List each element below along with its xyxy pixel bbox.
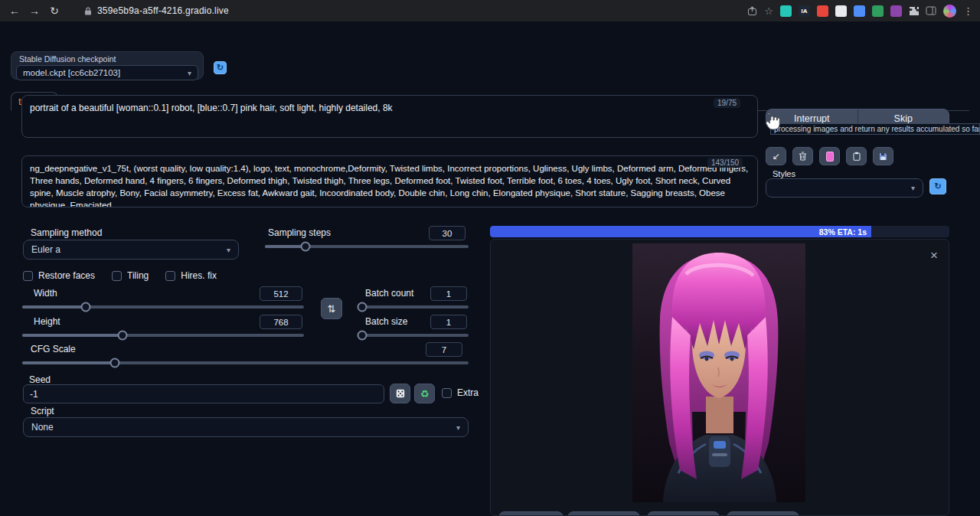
clear-prompt-button[interactable] xyxy=(792,147,813,165)
slider-handle[interactable] xyxy=(117,331,127,341)
checkpoint-label: Stable Diffusion checkpoint xyxy=(19,54,198,64)
interrupt-tooltip: processing images and return any results… xyxy=(770,123,980,135)
width-control: Width 512 xyxy=(22,286,304,312)
random-seed-button[interactable] xyxy=(390,384,410,403)
chevron-down-icon: ▾ xyxy=(456,423,460,432)
width-label: Width xyxy=(34,288,57,299)
extra-networks-card-icon xyxy=(826,152,834,162)
seed-input[interactable] xyxy=(23,384,384,403)
output-image[interactable] xyxy=(632,243,805,502)
reuse-seed-button[interactable]: ♻ xyxy=(414,384,435,403)
close-icon[interactable]: × xyxy=(930,249,938,262)
tiling-checkbox[interactable]: Tiling xyxy=(112,270,149,281)
height-slider[interactable] xyxy=(22,334,304,337)
side-panel-icon[interactable] xyxy=(926,6,936,15)
extension-red-icon[interactable] xyxy=(817,5,828,17)
height-value[interactable]: 768 xyxy=(260,315,302,329)
script-dropdown[interactable]: None ▾ xyxy=(23,417,469,437)
trash-icon xyxy=(799,152,807,161)
extension-blue-icon[interactable] xyxy=(854,5,865,17)
height-label: Height xyxy=(34,316,60,327)
paste-params-icon: ↙ xyxy=(772,151,779,162)
extra-networks-button[interactable] xyxy=(819,147,840,165)
chevron-down-icon: ▾ xyxy=(911,184,915,192)
address-bar[interactable]: 359e5b9a-a5ff-4216.gradio.live xyxy=(77,2,237,19)
face-restore-options: Restore faces Tiling Hires. fix xyxy=(23,270,217,281)
slider-handle[interactable] xyxy=(109,358,119,368)
progress-bar: 83% ETA: 1s xyxy=(490,226,949,237)
sampling-method-label: Sampling method xyxy=(31,227,102,238)
sampling-steps-control: Sampling steps 30 xyxy=(265,226,469,252)
back-icon[interactable]: ← xyxy=(6,2,23,19)
refresh-icon[interactable]: ↻ xyxy=(46,2,63,19)
sampling-steps-slider[interactable] xyxy=(265,245,469,248)
restore-faces-checkbox[interactable]: Restore faces xyxy=(23,270,95,281)
sampling-method-control: Sampling method Euler a ▾ xyxy=(23,226,239,261)
refresh-checkpoint-button[interactable]: ↻ xyxy=(214,61,227,74)
swap-dimensions-button[interactable]: ⇅ xyxy=(321,298,342,319)
script-label: Script xyxy=(31,406,54,416)
slider-handle[interactable] xyxy=(357,331,367,341)
send-to-inpaint-button[interactable] xyxy=(647,511,720,516)
styles-dropdown[interactable]: ▾ xyxy=(766,178,923,198)
batch-size-value[interactable]: 1 xyxy=(430,315,467,329)
progress-text: 83% ETA: 1s xyxy=(819,227,867,237)
width-value[interactable]: 512 xyxy=(260,286,302,301)
refresh-icon: ↻ xyxy=(217,63,224,73)
batch-count-value[interactable]: 1 xyxy=(430,286,467,301)
checkbox-icon xyxy=(112,271,122,281)
batch-count-slider[interactable] xyxy=(360,305,469,309)
paste-params-button[interactable]: ↙ xyxy=(766,147,786,165)
negative-prompt-token-counter: 143/150 xyxy=(707,158,743,168)
prompt-textarea[interactable]: portrait of a beautiful [woman::0.1] rob… xyxy=(21,95,758,138)
height-control: Height 768 xyxy=(22,315,304,341)
swap-arrows-icon: ⇅ xyxy=(328,303,336,315)
sampling-method-dropdown[interactable]: Euler a ▾ xyxy=(23,240,239,260)
avatar[interactable] xyxy=(943,5,956,18)
seed-control: Seed ♻ Extra xyxy=(21,374,473,407)
slider-handle[interactable] xyxy=(357,302,367,312)
lock-icon xyxy=(84,7,92,15)
prompt-token-counter: 19/75 xyxy=(714,98,740,108)
negative-prompt-textarea[interactable]: ng_deepnegative_v1_75t, (worst quality, … xyxy=(21,155,758,207)
checkbox-icon xyxy=(442,388,452,398)
sampling-steps-value[interactable]: 30 xyxy=(429,226,466,240)
styles-label: Styles xyxy=(773,169,795,178)
apply-style-button[interactable] xyxy=(846,147,867,165)
mouse-cursor-hand xyxy=(763,112,780,135)
checkpoint-panel: Stable Diffusion checkpoint model.ckpt [… xyxy=(11,51,204,80)
batch-size-slider[interactable] xyxy=(360,334,469,337)
slider-handle[interactable] xyxy=(81,302,91,312)
browser-menu-icon[interactable]: ⋮ xyxy=(963,5,974,17)
refresh-styles-button[interactable]: ↻ xyxy=(929,178,946,194)
extra-seed-checkbox[interactable]: Extra xyxy=(442,387,479,398)
hires-fix-checkbox[interactable]: Hires. fix xyxy=(165,270,217,281)
chevron-down-icon: ▾ xyxy=(188,69,191,77)
script-control: Script None ▾ xyxy=(23,404,469,438)
puzzle-icon[interactable] xyxy=(909,6,919,16)
extension-teal-icon[interactable] xyxy=(780,5,792,17)
save-style-button[interactable] xyxy=(873,147,893,165)
extension-white-icon[interactable] xyxy=(835,5,847,17)
cfg-scale-value[interactable]: 7 xyxy=(426,342,462,357)
checkpoint-dropdown[interactable]: model.ckpt [cc6cb27103] ▾ xyxy=(16,65,198,80)
checkbox-icon xyxy=(165,271,175,281)
send-to-extras-button[interactable] xyxy=(727,511,799,516)
recycle-icon: ♻ xyxy=(420,388,430,400)
forward-icon[interactable]: → xyxy=(26,2,43,19)
save-image-button[interactable] xyxy=(498,511,564,516)
browser-toolbar-icons: ☆ IA ⋮ xyxy=(747,5,974,18)
extension-green-icon[interactable] xyxy=(872,5,884,17)
dice-icon xyxy=(396,389,405,398)
extension-purple-icon[interactable] xyxy=(890,5,902,17)
share-icon[interactable] xyxy=(747,6,757,16)
batch-count-label: Batch count xyxy=(365,288,413,299)
cfg-scale-slider[interactable] xyxy=(22,361,469,364)
slider-handle[interactable] xyxy=(301,242,311,252)
extension-ia-icon[interactable]: IA xyxy=(799,5,810,17)
bookmark-star-icon[interactable]: ☆ xyxy=(764,5,773,17)
width-slider[interactable] xyxy=(22,305,304,309)
seed-label: Seed xyxy=(29,374,51,385)
send-to-img2img-button[interactable] xyxy=(567,511,640,516)
cfg-scale-control: CFG Scale 7 xyxy=(22,342,469,368)
